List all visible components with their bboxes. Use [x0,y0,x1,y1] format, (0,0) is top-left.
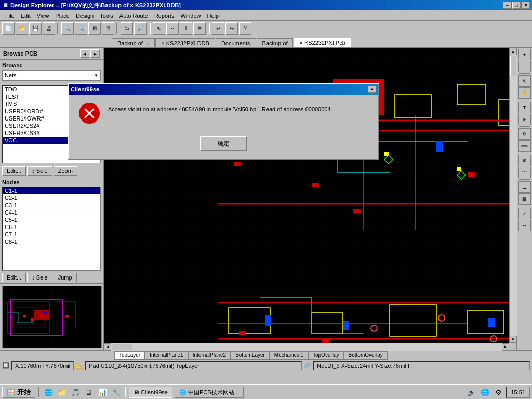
nav-prev-button[interactable]: ◄ [80,49,89,58]
tb-save[interactable]: 💾 [29,22,42,35]
scroll-thumb-h[interactable] [112,344,132,350]
node-item-c51[interactable]: C5-1 [3,216,100,223]
menu-file[interactable]: File [2,11,18,20]
edit-node-button[interactable]: Edit... [2,273,26,282]
tb-open[interactable]: 📂 [16,22,28,35]
tb-pad[interactable]: ⊕ [193,22,206,35]
tb-help[interactable]: ? [239,22,251,35]
rt-drill[interactable]: ⊕ [518,155,531,166]
tb-new[interactable]: 📄 [2,22,15,35]
scroll-track-h[interactable] [111,343,502,351]
layer-tab-bottomoverlay[interactable]: BottomOverlay [344,351,388,360]
tab-4[interactable]: × KS2232PXI.Pcb [294,38,351,47]
maximize-button[interactable]: □ [512,2,521,9]
vertical-scrollbar[interactable]: ▲ ▼ [509,48,516,343]
menu-view[interactable]: View [34,11,52,20]
layer-tab-internalplane2[interactable]: InternalPlane2 [188,351,231,360]
tb-browse[interactable]: 🗂 [121,22,133,35]
minimize-button[interactable]: ─ [503,2,511,9]
layer-tab-topoverlay[interactable]: TopOverlay [308,351,344,360]
rt-copper[interactable]: ▦ [518,193,531,205]
rt-grid[interactable]: ⊞ [518,114,531,125]
layer-tab-internalplane1[interactable]: InternalPlane1 [145,351,188,360]
menu-autoroute[interactable]: Auto Route [116,11,151,20]
nodes-list[interactable]: C1-1 C2-1 C3-1 C4-1 C5-1 C6-1 C7-1 C8-1 [2,187,101,271]
menu-edit[interactable]: Edit [18,11,34,20]
nav-next-button[interactable]: ► [90,49,100,58]
rt-mirror[interactable]: ⟺ [518,140,531,152]
ql-ie[interactable]: 🌐 [43,387,54,398]
dialog-ok-button[interactable]: 确定 [200,136,247,151]
start-button[interactable]: 🪟 开始 [2,387,35,398]
rt-dim[interactable]: ↔ [518,220,531,231]
minimap-svg [3,286,102,348]
tb-zoom-fit[interactable]: ⊞ [88,22,101,35]
tb-zoom-sel[interactable]: ⊡ [102,22,114,35]
systray-icon3[interactable]: ⚙ [493,387,504,398]
menu-reports[interactable]: Reports [151,11,178,20]
tb-zoom-in[interactable]: 🔍 [61,22,74,35]
menu-design[interactable]: Design [73,11,97,20]
node-item-c61[interactable]: C6-1 [3,223,100,231]
rt-rotate[interactable]: ↻ [518,128,531,140]
tb-inspect[interactable]: 🔎 [134,22,147,35]
tb-print[interactable]: 🖨 [43,22,55,35]
tab-1[interactable]: × KS2232PXI.DDB [155,38,215,47]
node-item-c21[interactable]: C2-1 [3,194,100,202]
tab-2[interactable]: Documents [216,38,256,47]
title-bar-right: ─ □ ✕ [503,2,530,9]
tab-3[interactable]: Backup of [257,38,294,47]
rt-drc[interactable]: ✓ [518,208,531,219]
layer-tab-bottomlayer[interactable]: BottomLayer [231,351,270,360]
systray-icon2[interactable]: 🌐 [479,387,490,398]
ql-app3[interactable]: 🔧 [110,387,122,398]
tb-select[interactable]: ↖ [153,22,165,35]
systray-icon1[interactable]: 🔊 [466,387,477,398]
node-item-c81[interactable]: C8-1 [3,238,100,245]
rt-text[interactable]: T [518,102,531,113]
scroll-right-button[interactable]: ► [502,343,509,351]
dialog-close-button[interactable]: × [368,86,376,93]
taskbar-client99se[interactable]: 🖥 Client99se [129,387,172,398]
scroll-track-v[interactable] [510,55,517,336]
horizontal-scrollbar[interactable]: ◄ ► [104,343,509,350]
scroll-thumb-v[interactable] [510,56,516,76]
select-net-button[interactable]: ↕ Sele [27,166,52,176]
menu-tools[interactable]: Tools [97,11,116,20]
rt-pan[interactable]: ✋ [518,87,531,99]
tb-undo[interactable]: ↩ [212,22,224,35]
ql-app1[interactable]: 🖥 [83,387,95,398]
scroll-left-button[interactable]: ◄ [104,343,111,351]
rt-route[interactable]: 〰 [518,167,531,178]
scroll-down-button[interactable]: ▼ [510,336,517,343]
tb-redo[interactable]: ↪ [225,22,238,35]
close-button[interactable]: ✕ [522,2,530,9]
node-item-c31[interactable]: C3-1 [3,202,100,209]
taskbar-pcb-website[interactable]: 🌐 中国PCB技术网站... [175,387,244,398]
rt-layers[interactable]: ☰ [518,181,531,193]
ql-media[interactable]: 🎵 [70,387,81,398]
node-item-c11[interactable]: C1-1 [3,187,100,194]
edit-net-button[interactable]: Edit... [2,166,26,176]
select-node-button[interactable]: ↕ Sele [27,273,52,282]
tb-wire[interactable]: 〰 [166,22,179,35]
scroll-up-button[interactable]: ▲ [510,48,517,55]
browse-dropdown[interactable]: Nets ▼ [2,70,101,81]
menu-place[interactable]: Place [52,11,73,20]
tb-zoom-out[interactable]: 🔍 [75,22,87,35]
tb-text[interactable]: T [180,22,192,35]
ql-app2[interactable]: 📊 [97,387,108,398]
node-item-c71[interactable]: C7-1 [3,231,100,238]
layer-tab-toplayer[interactable]: TopLayer [114,351,145,360]
rt-select[interactable]: ↖ [518,75,531,87]
layer-tab-mechanical1[interactable]: Mechanical1 [270,351,308,360]
menu-help[interactable]: Help [204,11,222,20]
tab-0[interactable]: Backup of × [112,38,155,47]
rt-zoom-in[interactable]: + [518,49,531,60]
node-item-c41[interactable]: C4-1 [3,209,100,216]
zoom-net-button[interactable]: Zoom [54,166,77,176]
menu-window[interactable]: Window [177,11,204,20]
jump-node-button[interactable]: Jump [54,273,77,282]
rt-zoom-out[interactable]: - [518,61,531,72]
ql-folder[interactable]: 📁 [56,387,68,398]
